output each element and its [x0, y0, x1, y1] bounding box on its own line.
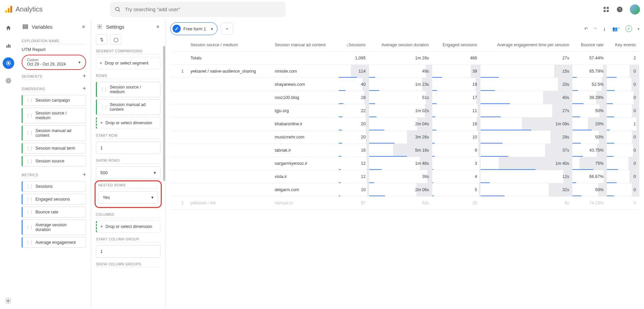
- close-variables-icon[interactable]: ✕: [82, 24, 85, 29]
- help-icon[interactable]: ?: [616, 6, 623, 13]
- table-row[interactable]: delgarm.com102m 06s532s50%0: [170, 183, 639, 197]
- exploration-name-label: EXPLORATION NAME:: [22, 39, 86, 44]
- svg-point-3: [115, 7, 119, 11]
- drag-icon: ⋮⋮: [26, 240, 33, 245]
- redo-icon[interactable]: ↷: [593, 26, 597, 31]
- visualization-option[interactable]: ◯: [110, 34, 122, 45]
- tab-label: Free form 1: [183, 26, 206, 31]
- drop-row-dimension[interactable]: +Drop or select dimension: [96, 117, 160, 129]
- col-header[interactable]: Average session duration: [369, 38, 433, 52]
- svg-rect-13: [9, 45, 10, 48]
- table-row[interactable]: rooz100.blog2851s1740s39.29%0: [170, 91, 639, 104]
- chip[interactable]: ⋮⋮Session manual term: [22, 143, 86, 154]
- table-row-faded: 2yektanet / bnrhamyar.in9752s256s74.23%0: [170, 197, 639, 210]
- col-header[interactable]: ↓Sessions: [339, 38, 369, 52]
- chip[interactable]: ⋮⋮Average engagement: [22, 237, 86, 248]
- col-header[interactable]: Key events: [607, 38, 639, 52]
- drag-icon: ⋮⋮: [26, 131, 33, 135]
- search-bar[interactable]: [110, 2, 286, 17]
- technique-option[interactable]: ⇅: [96, 34, 107, 45]
- exploration-name[interactable]: UTM Report: [22, 47, 86, 52]
- col-header[interactable]: Bounce rate: [572, 38, 607, 52]
- drag-icon: ⋮⋮: [26, 225, 33, 230]
- drop-segment[interactable]: +Drop or select segment: [96, 57, 160, 69]
- date-range-picker[interactable]: Custom Oct 29 - Oct 29, 2024 ▾: [22, 55, 86, 70]
- chip[interactable]: ⋮⋮Bounce rate: [22, 207, 86, 217]
- nested-rows-select[interactable]: Yes▾: [98, 191, 158, 204]
- drag-icon: ⋮⋮: [26, 210, 33, 214]
- show-col-label: SHOW COLUMN GROUPS: [96, 262, 160, 267]
- table-row[interactable]: musicmehr.com203m 26s1029s50%0: [170, 131, 639, 144]
- drag-icon: ⋮⋮: [26, 113, 33, 118]
- add-tab-button[interactable]: +: [221, 23, 233, 35]
- chip[interactable]: ⋮⋮Session campaign: [22, 95, 86, 106]
- svg-rect-11: [6, 46, 7, 48]
- chip[interactable]: ⋮⋮Session source: [22, 156, 86, 166]
- table-row[interactable]: tabnak.ir165m 18s937s43.75%0: [170, 144, 639, 157]
- segment-comparisons-label: SEGMENT COMPARISONS: [96, 49, 160, 54]
- svg-point-17: [7, 80, 9, 82]
- download-icon[interactable]: ⭳: [602, 26, 607, 31]
- col-header[interactable]: Engaged sessions: [432, 38, 481, 52]
- nav-reports[interactable]: [3, 40, 14, 51]
- logo[interactable]: Analytics: [4, 5, 43, 14]
- status-check-icon[interactable]: ✓: [625, 25, 632, 32]
- chip[interactable]: ⋮⋮Average session duration: [22, 220, 86, 235]
- table-row[interactable]: tgju.org221m 02s1127s50%0: [170, 104, 639, 118]
- report-table: Session source / mediumSession manual ad…: [170, 38, 639, 210]
- apps-icon[interactable]: [603, 6, 610, 13]
- start-col-input[interactable]: 1: [96, 245, 160, 258]
- col-header[interactable]: Average engagement time per session: [481, 38, 573, 52]
- svg-rect-20: [23, 28, 28, 29]
- undo-icon[interactable]: ↶: [584, 26, 588, 31]
- drag-icon: ⋮⋮: [26, 146, 33, 151]
- variables-icon: [22, 24, 28, 30]
- share-icon[interactable]: 👥⁺: [612, 26, 620, 31]
- scrollbar[interactable]: [163, 46, 165, 181]
- svg-rect-12: [8, 44, 9, 48]
- chip[interactable]: ⋮⋮Session manual ad content: [96, 99, 160, 115]
- app-title: Analytics: [16, 5, 43, 13]
- drag-icon: ⋮⋮: [26, 197, 33, 202]
- chevron-down-icon[interactable]: ▾: [638, 27, 639, 31]
- col-header[interactable]: Session source / medium: [187, 38, 272, 52]
- svg-point-15: [8, 62, 9, 64]
- table-row[interactable]: sargarmiyerooz.ir121m 46s31m 40s75%0: [170, 157, 639, 170]
- settings-panel: Settings ✕ ⇅ ◯ SEGMENT COMPARISONS +Drop…: [91, 19, 165, 309]
- tab-free-form[interactable]: Free form 1 ▾: [170, 22, 217, 35]
- show-rows-select[interactable]: 500▾: [96, 166, 160, 179]
- table-row[interactable]: vista.ir1238s412s66.67%0: [170, 170, 639, 183]
- avatar[interactable]: [630, 4, 640, 15]
- chip[interactable]: ⋮⋮Session source / medium: [96, 82, 160, 97]
- svg-rect-7: [604, 10, 606, 12]
- chip[interactable]: ⋮⋮Session source / medium: [22, 108, 86, 123]
- chevron-down-icon[interactable]: ▾: [211, 26, 213, 31]
- chip[interactable]: ⋮⋮Engaged sessions: [22, 194, 86, 205]
- admin-gear-icon[interactable]: [5, 298, 11, 304]
- svg-rect-2: [10, 6, 12, 13]
- svg-point-16: [6, 78, 11, 83]
- chip[interactable]: ⋮⋮Session manual ad content: [22, 125, 86, 141]
- add-metric-icon[interactable]: +: [82, 171, 86, 178]
- drag-icon: ⋮⋮: [26, 184, 33, 189]
- close-settings-icon[interactable]: ✕: [156, 24, 160, 29]
- nav-explore[interactable]: [3, 57, 14, 69]
- nested-rows-label: NESTED ROWS: [98, 183, 158, 188]
- settings-title: Settings: [106, 24, 124, 30]
- col-header[interactable]: Session manual ad content: [272, 38, 339, 52]
- nav-advertising[interactable]: [3, 75, 14, 86]
- drag-icon: ⋮⋮: [100, 105, 107, 109]
- edit-icon: [173, 25, 181, 33]
- chevron-down-icon: ▾: [151, 195, 154, 200]
- top-bar: Analytics ?: [0, 0, 644, 19]
- drop-column-dimension[interactable]: +Drop or select dimension: [96, 221, 160, 233]
- table-row[interactable]: shayanews.com401m 23s1920s52.5%0: [170, 78, 639, 91]
- add-segment-icon[interactable]: +: [82, 73, 86, 80]
- add-dimension-icon[interactable]: +: [82, 85, 86, 92]
- table-row[interactable]: khabaronline.ir202m 04s161m 09s20%1: [170, 118, 639, 131]
- start-row-input[interactable]: 1: [96, 141, 160, 154]
- search-input[interactable]: [125, 6, 281, 12]
- chip[interactable]: ⋮⋮Sessions: [22, 181, 86, 192]
- nav-home[interactable]: [3, 22, 14, 34]
- table-row[interactable]: 1yektanet / native-audience_sharingninis…: [170, 65, 639, 78]
